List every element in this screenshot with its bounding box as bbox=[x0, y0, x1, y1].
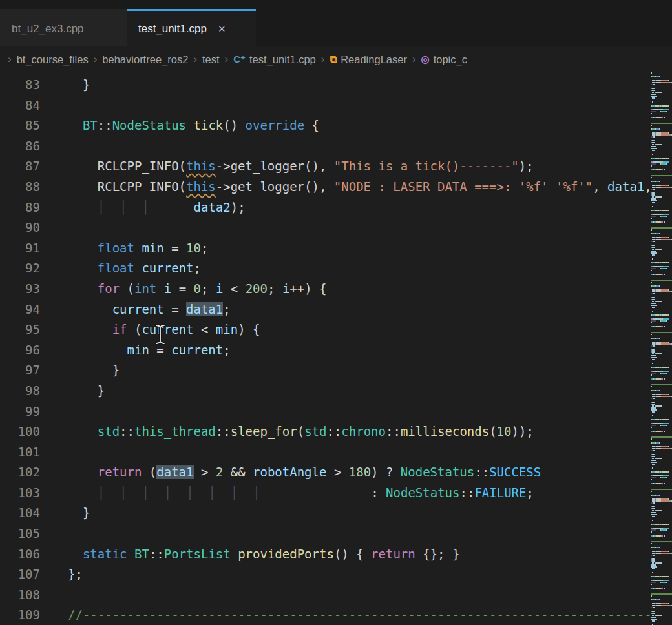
code-line[interactable]: 99 bbox=[0, 402, 672, 422]
line-number[interactable]: 89 bbox=[0, 198, 40, 218]
code-line[interactable]: 88 RCLCPP_INFO(this->get_logger(), "NODE… bbox=[0, 177, 672, 198]
minimap[interactable] bbox=[651, 72, 672, 625]
line-number[interactable]: 83 bbox=[0, 75, 40, 96]
line-number[interactable]: 102 bbox=[0, 462, 40, 483]
class-symbol-icon: ⧉ bbox=[330, 54, 337, 65]
tab-label: bt_u2_ex3.cpp bbox=[12, 23, 84, 36]
code-line[interactable]: 86 bbox=[0, 136, 672, 157]
breadcrumb-item[interactable]: test_unit1.cpp bbox=[249, 54, 316, 66]
code-line[interactable]: 102 return (data1 > 2 && robotAngle > 18… bbox=[0, 462, 672, 483]
code-line[interactable]: 87 RCLCPP_INFO(this->get_logger(), "This… bbox=[0, 156, 672, 177]
line-number[interactable]: 109 bbox=[0, 605, 40, 625]
editor: 83 }8485 BT::NodeStatus tick() override … bbox=[0, 72, 672, 625]
line-number[interactable]: 100 bbox=[0, 422, 40, 442]
vscode-window: bt_u2_ex3.cpp test_unit1.cpp × ›bt_cours… bbox=[0, 0, 672, 625]
code-line[interactable]: 109//-----------------------------------… bbox=[0, 605, 672, 625]
code-line[interactable]: 84 bbox=[0, 96, 672, 116]
chevron-right-icon: › bbox=[94, 53, 98, 66]
cpp-file-icon: C⁺ bbox=[233, 54, 246, 65]
code-line[interactable]: 94 current = data1; bbox=[0, 300, 672, 320]
method-symbol-icon: ◎ bbox=[421, 54, 430, 65]
line-number[interactable]: 97 bbox=[0, 360, 40, 381]
code-line[interactable]: 104 } bbox=[0, 503, 672, 524]
line-number[interactable]: 85 bbox=[0, 116, 40, 136]
code-line[interactable]: 97 } bbox=[0, 360, 672, 381]
code-line[interactable]: 83 } bbox=[0, 75, 672, 96]
code-line[interactable]: 100 std::this_thread::sleep_for(std::chr… bbox=[0, 422, 672, 442]
breadcrumb-item[interactable]: ReadingLaser bbox=[341, 54, 407, 66]
line-number[interactable]: 86 bbox=[0, 136, 40, 157]
chevron-right-icon: › bbox=[321, 53, 325, 66]
breadcrumb-item[interactable]: topic_c bbox=[434, 54, 467, 66]
code-line[interactable]: 98 } bbox=[0, 381, 672, 402]
line-number[interactable]: 101 bbox=[0, 442, 40, 463]
code-line[interactable]: 108 bbox=[0, 585, 672, 606]
chevron-right-icon: › bbox=[225, 53, 229, 66]
tab-bt_u2_ex3-cpp[interactable]: bt_u2_ex3.cpp bbox=[0, 9, 127, 46]
line-number[interactable]: 98 bbox=[0, 381, 40, 402]
code-line[interactable]: 103 │ │ │ │ │ │ │ │ : NodeStatus::FAILUR… bbox=[0, 483, 672, 504]
code-line[interactable]: 95 if (current < min) { bbox=[0, 320, 672, 340]
line-number[interactable]: 88 bbox=[0, 177, 40, 198]
chevron-right-icon: › bbox=[8, 53, 12, 66]
line-number[interactable]: 93 bbox=[0, 279, 40, 300]
code-line[interactable]: 101 bbox=[0, 442, 672, 463]
close-icon[interactable]: × bbox=[218, 23, 226, 35]
line-number[interactable]: 104 bbox=[0, 503, 40, 524]
code-line[interactable]: 96 min = current; bbox=[0, 340, 672, 361]
code-line[interactable]: 91 float min = 10; bbox=[0, 238, 672, 259]
code-line[interactable]: 92 float current; bbox=[0, 258, 672, 279]
line-number[interactable]: 92 bbox=[0, 258, 40, 279]
line-number[interactable]: 108 bbox=[0, 585, 40, 606]
line-number[interactable]: 95 bbox=[0, 320, 40, 340]
code-line[interactable]: 106 static BT::PortsList providedPorts()… bbox=[0, 544, 672, 565]
line-number[interactable]: 99 bbox=[0, 402, 40, 422]
chevron-right-icon: › bbox=[412, 53, 416, 66]
tab-test_unit1-cpp[interactable]: test_unit1.cpp × bbox=[127, 9, 256, 46]
chevron-right-icon: › bbox=[193, 53, 197, 66]
breadcrumb: ›bt_course_files›behaviortree_ros2›test›… bbox=[0, 46, 672, 72]
tab-label: test_unit1.cpp bbox=[138, 23, 207, 36]
line-number[interactable]: 106 bbox=[0, 544, 40, 565]
line-number[interactable]: 94 bbox=[0, 300, 40, 320]
line-number[interactable]: 87 bbox=[0, 156, 40, 177]
line-number[interactable]: 96 bbox=[0, 340, 40, 361]
line-number[interactable]: 90 bbox=[0, 218, 40, 238]
code-line[interactable]: 93 for (int i = 0; i < 200; i++) { bbox=[0, 279, 672, 300]
code-line[interactable]: 105 bbox=[0, 524, 672, 544]
line-number[interactable]: 107 bbox=[0, 564, 40, 585]
tab-bar: bt_u2_ex3.cpp test_unit1.cpp × bbox=[0, 0, 672, 46]
code-line[interactable]: 85 BT::NodeStatus tick() override { bbox=[0, 116, 672, 136]
breadcrumb-item[interactable]: bt_course_files bbox=[17, 54, 89, 66]
line-number[interactable]: 103 bbox=[0, 483, 40, 504]
line-number[interactable]: 84 bbox=[0, 96, 40, 116]
breadcrumb-item[interactable]: behaviortree_ros2 bbox=[102, 54, 188, 66]
code-line[interactable]: 90 bbox=[0, 218, 672, 238]
code-area[interactable]: 83 }8485 BT::NodeStatus tick() override … bbox=[0, 72, 672, 625]
line-number[interactable]: 91 bbox=[0, 238, 40, 259]
code-line[interactable]: 89 │ │ │ data2); bbox=[0, 198, 672, 218]
breadcrumb-item[interactable]: test bbox=[202, 54, 220, 66]
code-line[interactable]: 107}; bbox=[0, 564, 672, 585]
line-number[interactable]: 105 bbox=[0, 524, 40, 544]
